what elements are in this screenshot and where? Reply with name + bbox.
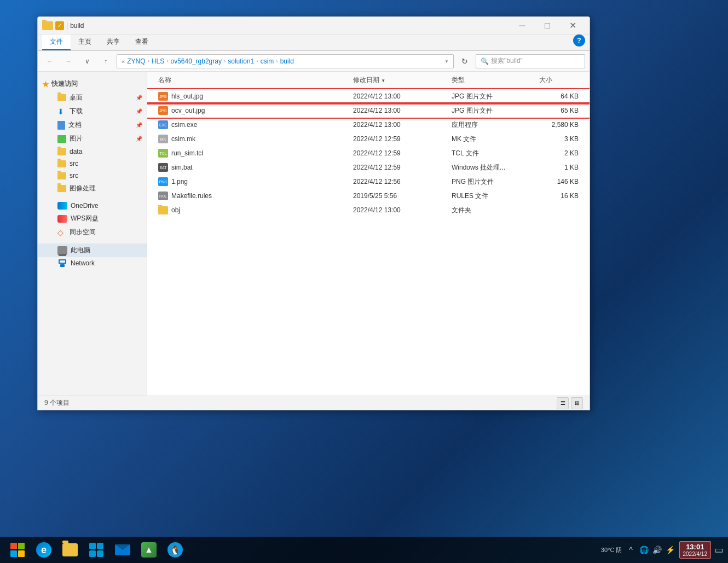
- refresh-button[interactable]: ↻: [457, 55, 472, 68]
- file-cell-name-ocv-out: JPG ocv_out.jpg: [156, 105, 351, 116]
- file-cell-name-hls-out: JPG hls_out.jpg: [156, 91, 351, 102]
- sidebar-pictures-label: 图片: [70, 134, 83, 143]
- file-row-sim-bat[interactable]: BAT sim.bat 2022/4/12 12:59 Windows 批处理.…: [147, 160, 590, 175]
- png-icon-1: PNG: [158, 177, 168, 186]
- network-tray-icon[interactable]: 🌐: [639, 544, 650, 555]
- rules-icon-makefile: RUL: [158, 191, 168, 200]
- sidebar-item-imgproc[interactable]: 图像处理: [38, 182, 147, 195]
- sidebar-item-network[interactable]: Network: [38, 257, 147, 269]
- address-path[interactable]: « ZYNQ › HLS › ov5640_rgb2gray › solutio…: [117, 54, 454, 68]
- tab-share[interactable]: 共享: [99, 34, 128, 50]
- file-row-run-sim-tcl[interactable]: TCL run_sim.tcl 2022/4/12 12:59 TCL 文件 2…: [147, 146, 590, 160]
- close-button[interactable]: ✕: [560, 17, 585, 34]
- desktop: ✓ | build ─ □ ✕ 文件 主页 共享 查看 ? ← → ∨: [0, 0, 728, 563]
- path-build[interactable]: build: [280, 57, 294, 65]
- view-details-button[interactable]: ☰: [557, 397, 569, 409]
- volume-tray-icon[interactable]: 🔊: [652, 544, 663, 555]
- sidebar-item-src1[interactable]: src: [38, 158, 147, 170]
- system-tray: 30°C 阴 ^ 🌐 🔊 ⚡ 13:01 2022/4/12 ▭: [601, 541, 724, 559]
- path-dropdown-icon[interactable]: [442, 58, 449, 64]
- sidebar-item-docs[interactable]: 文档 📌: [38, 118, 147, 132]
- battery-tray-icon: ⚡: [665, 544, 676, 555]
- down-button[interactable]: ∨: [79, 55, 95, 68]
- path-hls[interactable]: HLS: [152, 57, 164, 65]
- bat-icon-sim: BAT: [158, 163, 168, 172]
- col-header-size[interactable]: 大小: [537, 74, 581, 86]
- file-cell-size-csim-exe: 2,580 KB: [537, 120, 581, 130]
- sidebar-item-pictures[interactable]: 图片 📌: [38, 132, 147, 146]
- forward-button[interactable]: →: [61, 55, 76, 68]
- tab-file[interactable]: 文件: [42, 34, 71, 50]
- minimize-button[interactable]: ─: [510, 17, 535, 34]
- search-box[interactable]: 🔍 搜索"build": [476, 54, 585, 68]
- edge-button[interactable]: e: [32, 538, 56, 562]
- sidebar-item-this-pc[interactable]: 此电脑: [38, 243, 147, 257]
- windows-store-button[interactable]: [84, 538, 108, 562]
- path-solution1[interactable]: solution1: [228, 57, 254, 65]
- sidebar-item-desktop[interactable]: 桌面 📌: [38, 91, 147, 105]
- ribbon-tabs: 文件 主页 共享 查看 ?: [38, 34, 590, 50]
- sidebar-item-src2[interactable]: src: [38, 170, 147, 182]
- tab-home[interactable]: 主页: [71, 34, 99, 50]
- title-separator: |: [66, 22, 68, 30]
- up-button[interactable]: ↑: [98, 55, 113, 68]
- data-folder-icon: [57, 148, 66, 155]
- sidebar-sync-label: 同步空间: [70, 228, 96, 237]
- file-explorer-taskbar-button[interactable]: [58, 538, 82, 562]
- col-header-type[interactable]: 类型: [449, 74, 537, 86]
- file-row-makefile-rules[interactable]: RUL Makefile.rules 2019/5/25 5:56 RULES …: [147, 189, 590, 203]
- title-bar-left: ✓ | build: [42, 21, 84, 30]
- file-row-csim-exe[interactable]: EXE csim.exe 2022/4/12 13:00 应用程序 2,580 …: [147, 118, 590, 132]
- quick-access-label: 快速访问: [51, 79, 78, 89]
- file-row-csim-mk[interactable]: MK csim.mk 2022/4/12 12:59 MK 文件 3 KB: [147, 132, 590, 146]
- sidebar-item-wps[interactable]: WPS网盘: [38, 212, 147, 225]
- file-row-1-png[interactable]: PNG 1.png 2022/4/12 12:56 PNG 图片文件 146 K…: [147, 175, 590, 189]
- path-ov5640[interactable]: ov5640_rgb2gray: [171, 57, 222, 65]
- sync-icon: ◇: [57, 228, 66, 237]
- start-button[interactable]: [5, 538, 30, 562]
- show-desktop-button[interactable]: ▭: [714, 544, 724, 556]
- green-app-button[interactable]: ▲: [137, 538, 161, 562]
- qq-icon: 🐧: [167, 542, 183, 558]
- win-tile-yellow: [18, 550, 25, 557]
- sidebar-item-data[interactable]: data: [38, 146, 147, 158]
- pin-icon-docs: 📌: [136, 122, 142, 128]
- path-zynq[interactable]: ZYNQ: [127, 57, 145, 65]
- sidebar-download-label: 下载: [70, 107, 83, 116]
- back-button[interactable]: ←: [42, 55, 57, 68]
- sidebar-item-download[interactable]: ⬇ 下载 📌: [38, 105, 147, 118]
- mail-button[interactable]: [111, 538, 135, 562]
- file-cell-type-1-png: PNG 图片文件: [449, 176, 537, 188]
- file-cell-date-ocv-out: 2022/4/12 13:00: [351, 106, 449, 115]
- quick-access-icon: ✓: [55, 21, 64, 30]
- win-tile-green: [18, 543, 25, 549]
- green-app-icon: ▲: [141, 542, 157, 558]
- view-large-icons-button[interactable]: ⊞: [571, 397, 583, 409]
- sidebar-item-onedrive[interactable]: OneDrive: [38, 200, 147, 212]
- main-content: ★ 快速访问 桌面 📌 ⬇ 下载 📌 文档 📌: [38, 72, 590, 396]
- help-button[interactable]: ?: [573, 34, 585, 47]
- filename-csim-exe: csim.exe: [171, 121, 197, 129]
- exe-icon-csim: EXE: [158, 120, 168, 129]
- sidebar-data-label: data: [70, 148, 82, 155]
- col-header-date[interactable]: 修改日期 ▼: [351, 74, 449, 86]
- qq-button[interactable]: 🐧: [163, 538, 187, 562]
- sidebar: ★ 快速访问 桌面 📌 ⬇ 下载 📌 文档 📌: [38, 72, 147, 396]
- expand-tray-icon[interactable]: ^: [626, 544, 637, 555]
- col-header-name[interactable]: 名称: [156, 74, 351, 86]
- path-csim[interactable]: csim: [261, 57, 274, 65]
- file-cell-type-csim-exe: 应用程序: [449, 119, 537, 131]
- tab-view[interactable]: 查看: [128, 34, 156, 50]
- file-cell-type-ocv-out: JPG 图片文件: [449, 105, 537, 117]
- file-row-hls-out[interactable]: JPG hls_out.jpg 2022/4/12 13:00 JPG 图片文件…: [147, 89, 590, 103]
- folder-icon-obj: [158, 206, 168, 214]
- file-row-ocv-out[interactable]: JPG ocv_out.jpg 2022/4/12 13:00 JPG 图片文件…: [147, 103, 590, 118]
- file-row-obj[interactable]: obj 2022/4/12 13:00 文件夹: [147, 203, 590, 217]
- clock-box[interactable]: 13:01 2022/4/12: [679, 541, 712, 559]
- star-icon: ★: [42, 80, 49, 89]
- file-cell-date-obj: 2022/4/12 13:00: [351, 205, 449, 215]
- sidebar-item-sync[interactable]: ◇ 同步空间: [38, 225, 147, 239]
- filename-csim-mk: csim.mk: [171, 135, 195, 143]
- filename-obj: obj: [171, 206, 180, 214]
- maximize-button[interactable]: □: [535, 17, 560, 34]
